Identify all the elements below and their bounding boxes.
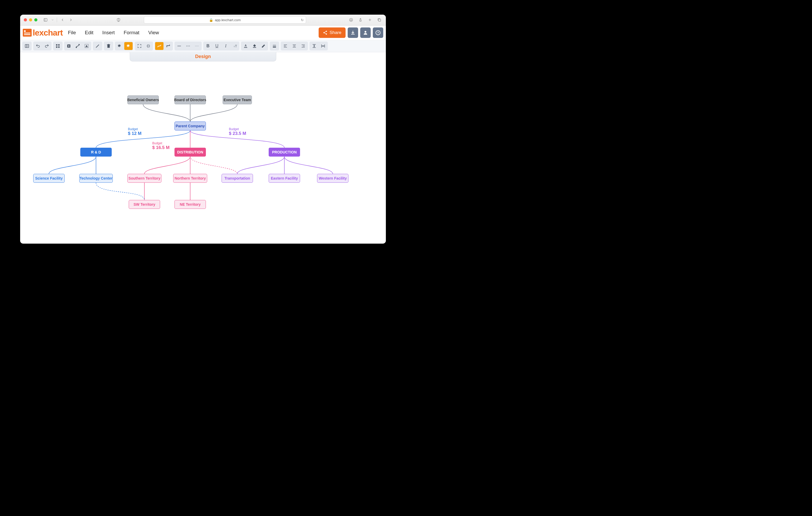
tabs-icon[interactable] [376,17,382,23]
app-logo[interactable]: lexchart [23,28,63,38]
svg-point-28 [79,44,80,45]
line-dashed-button[interactable] [184,42,192,50]
node-ne[interactable]: NE Territory [174,200,206,209]
svg-text:A: A [244,44,247,47]
account-button[interactable] [360,27,371,38]
download-button[interactable] [348,27,358,38]
edit-button[interactable] [93,42,102,50]
back-button[interactable] [60,17,65,23]
node-sw[interactable]: SW Territory [129,200,160,209]
italic-button[interactable]: I [222,42,230,50]
share-icon[interactable] [357,17,364,23]
svg-rect-21 [58,44,60,45]
sidebar-toggle-icon[interactable] [42,17,49,23]
tab-strip: Design [20,52,386,61]
elbow-connector-button[interactable] [164,42,172,50]
download-icon [350,30,355,35]
horizontal-spacing-button[interactable] [319,42,327,50]
fill-color-button[interactable] [250,42,259,50]
node-science[interactable]: Science Facility [33,174,65,183]
main-menu: File Edit Insert Format View [68,30,159,35]
help-button[interactable]: ? [373,27,383,38]
downloads-icon[interactable] [348,17,354,23]
node-dist[interactable]: DISTRIBUTION [174,148,206,157]
svg-text:T: T [235,44,237,48]
outline-panel-button[interactable] [23,42,31,50]
svg-rect-22 [56,47,57,48]
add-connector-button[interactable] [74,42,82,50]
menu-insert[interactable]: Insert [102,30,115,35]
curved-connector-button[interactable] [155,42,164,50]
shield-icon[interactable] [116,17,121,23]
minimize-window-icon[interactable] [29,18,32,22]
svg-rect-38 [253,47,256,48]
browser-window: 🔒 app.lexchart.com ↻ lexchart File Edit … [20,14,386,244]
underline-button[interactable]: U [213,42,221,50]
bold-button[interactable]: B [204,42,212,50]
add-node-button[interactable] [65,42,73,50]
select-all-button[interactable] [54,42,62,50]
lock-icon: 🔒 [209,18,213,22]
node-transport[interactable]: Transportation [222,174,253,183]
format-toolbar: A B U I TT A [20,40,386,52]
address-bar[interactable]: 🔒 app.lexchart.com ↻ [144,16,306,24]
text-size-button[interactable]: TT [230,42,239,50]
question-icon: ? [375,30,381,35]
separator [57,18,57,22]
new-tab-icon[interactable] [367,17,373,23]
forward-button[interactable] [68,17,74,23]
border-color-button[interactable] [259,42,268,50]
expand-button[interactable] [135,42,144,50]
align-right-button[interactable] [299,42,308,50]
svg-text:T: T [234,45,235,48]
node-board[interactable]: Board of Directors [174,95,206,104]
node-owners[interactable]: Beneficial Owners [127,95,159,104]
collapse-button[interactable] [144,42,152,50]
tab-label: Design [195,54,211,59]
refresh-icon[interactable]: ↻ [301,18,304,22]
text-color-button[interactable]: A [241,42,250,50]
add-text-button[interactable]: A [82,42,91,50]
menu-file[interactable]: File [68,30,76,35]
window-controls [24,18,37,22]
menu-edit[interactable]: Edit [85,30,93,35]
node-north[interactable]: Northern Territory [173,174,207,183]
svg-point-12 [365,31,367,33]
maximize-window-icon[interactable] [34,18,37,22]
menu-format[interactable]: Format [124,30,139,35]
menu-view[interactable]: View [148,30,159,35]
align-left-button[interactable] [281,42,290,50]
svg-rect-23 [58,47,60,48]
diagram-canvas[interactable]: Beneficial Owners Board of Directors Exe… [20,61,386,243]
svg-rect-8 [379,19,381,22]
line-dotted-button[interactable] [193,42,201,50]
node-rd[interactable]: R & D [80,148,112,157]
node-east[interactable]: Eastern Facility [269,174,300,183]
share-button[interactable]: Share [319,27,346,38]
close-window-icon[interactable] [24,18,27,22]
share-label: Share [329,30,341,35]
node-exec[interactable]: Executive Team [223,95,252,104]
redo-button[interactable] [42,42,51,50]
node-prod[interactable]: PRODUCTION [269,148,300,157]
svg-point-9 [326,31,327,32]
line-solid-button[interactable] [175,42,183,50]
budget-prod: Budget$ 23.5 M [229,127,246,136]
svg-rect-0 [44,19,47,22]
svg-text:?: ? [377,31,379,34]
smart-layout-button[interactable] [124,42,133,50]
undo-button[interactable] [34,42,42,50]
user-icon [363,30,368,35]
chevron-down-icon[interactable] [51,17,54,23]
node-tech[interactable]: Technology Center [79,174,113,183]
delete-button[interactable] [105,42,113,50]
tab-design[interactable]: Design [130,52,276,61]
node-west[interactable]: Western Facility [317,174,348,183]
node-parent[interactable]: Parent Company [174,122,206,130]
auto-layout-button[interactable] [115,42,124,50]
vertical-spacing-button[interactable] [310,42,318,50]
align-center-button[interactable] [290,42,298,50]
line-thickness-button[interactable] [270,42,279,50]
node-south[interactable]: Southern Territory [127,174,162,183]
share-nodes-icon [323,30,327,35]
